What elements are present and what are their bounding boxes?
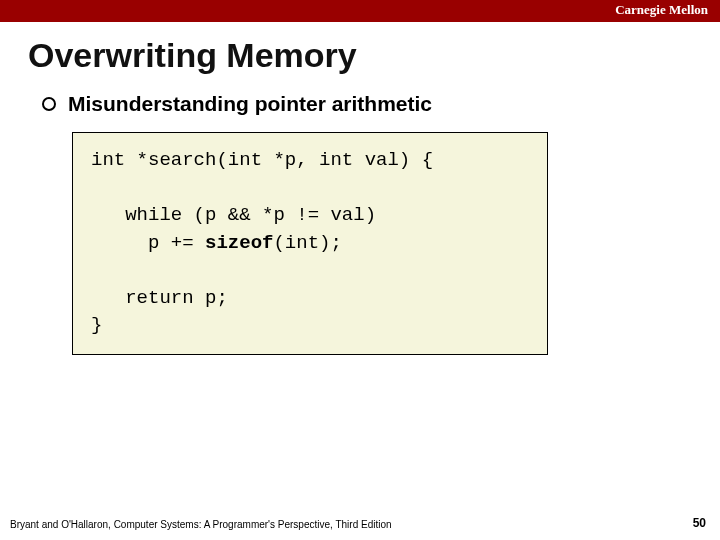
bullet-text: Misunderstanding pointer arithmetic [68,92,432,116]
footer-citation: Bryant and O'Hallaron, Computer Systems:… [10,519,392,530]
code-line: return p; [91,287,228,309]
code-content: int *search(int *p, int val) { while (p … [91,147,529,340]
code-line: int *search(int *p, int val) { [91,149,433,171]
slide-title: Overwriting Memory [28,36,357,75]
code-block: int *search(int *p, int val) { while (p … [72,132,548,355]
code-keyword: sizeof [205,232,273,254]
bullet-icon [42,97,56,111]
page-number: 50 [693,516,706,530]
code-line: while (p && *p != val) [91,204,376,226]
code-line: p += [91,232,205,254]
bullet-item: Misunderstanding pointer arithmetic [42,92,432,116]
slide: Carnegie Mellon Overwriting Memory Misun… [0,0,720,540]
code-line: } [91,314,102,336]
brand-label: Carnegie Mellon [615,2,708,18]
code-line: (int); [273,232,341,254]
header-bar: Carnegie Mellon [0,0,720,22]
